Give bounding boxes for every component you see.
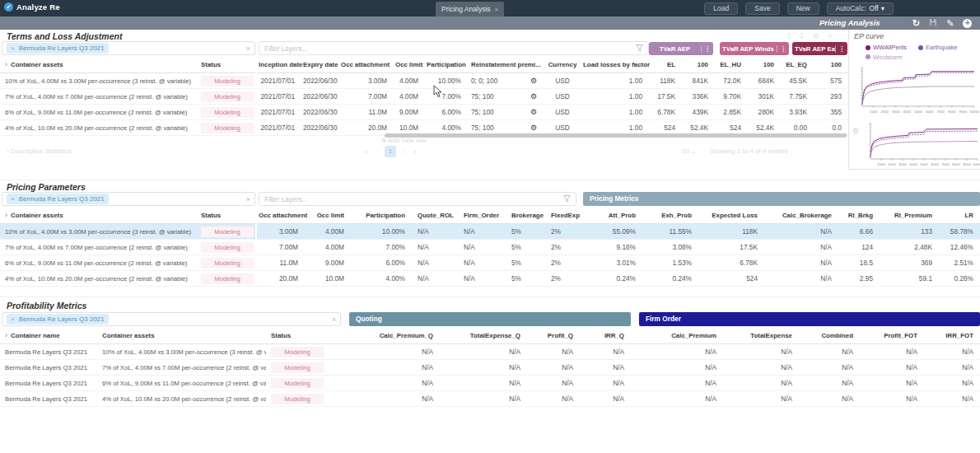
expand-chevron-icon[interactable]: › [5,331,7,339]
cell[interactable]: N/A [764,224,838,240]
menu-dots-icon[interactable]: ⋮ [701,45,713,53]
table-row[interactable]: N/AN/AN/AN/AN/AN/AN/AN/AN/A [350,391,980,407]
save-button[interactable]: Save [745,2,779,15]
cell[interactable]: 4.00M [394,73,425,89]
tvar-aep-button[interactable]: TVaR AEP ⋮ [649,42,713,55]
selected-layer-set-chip[interactable]: × Bermuda Re Layers Q3 2021 [7,43,109,54]
first-page-button[interactable]: « [364,148,367,156]
app-logo[interactable]: ✓ Analyze Re [4,2,60,12]
expand-chevron-icon[interactable]: › [5,60,7,68]
cell[interactable]: N/A [723,391,799,407]
cell[interactable]: N/A [458,224,506,240]
cell[interactable]: 6.78K [649,105,682,120]
cell[interactable]: 2021/07/01 [257,89,301,105]
load-button[interactable]: Load [704,2,738,15]
table-row[interactable]: 2021/07/012022/06/303.00M4.00M10.00%0; 0… [257,73,649,89]
cell[interactable]: 4% of XoL, 10.0M xs 20.0M per-occurrence… [0,271,196,287]
cell[interactable]: N/A [440,344,527,360]
cell[interactable]: 75; 100⚙ [468,105,544,120]
table-row[interactable]: 7% of XoL, 4.00M xs 7.00M per-occurrence… [0,89,255,105]
next-page-button[interactable]: › [404,148,406,156]
cell[interactable]: N/A [458,255,506,271]
cell[interactable]: 118K [649,73,682,89]
table-row[interactable]: Bermuda Re Layers Q3 20214% of XoL, 10.0… [0,391,350,407]
add-new-row-button[interactable]: ⊕ Add new row [346,137,461,144]
table-row[interactable]: N/AN/AN/AN/AN/AN/AN/AN/AN/A [350,376,980,391]
cell[interactable]: N/A [860,344,924,360]
column-header[interactable]: Firm_Order [458,207,506,224]
column-header[interactable]: Quote_ROL [412,207,458,224]
cell[interactable]: 2022/06/30 [301,73,339,89]
expand-chevron-icon[interactable]: › [5,211,7,219]
cell[interactable]: N/A [631,391,723,407]
chip-remove-icon[interactable]: × [11,315,15,323]
cell[interactable]: N/A [799,391,860,407]
filter-layers-input[interactable] [259,195,563,203]
cell[interactable]: 9.16% [581,240,642,255]
column-header[interactable]: IRR_FOT [924,327,980,344]
cell[interactable]: N/A [458,240,506,255]
cell[interactable]: Bermuda Re Layers Q3 2021 [0,376,97,391]
cell[interactable]: 5% [506,255,545,271]
gear-icon[interactable]: ⚙ [813,32,819,40]
cell[interactable]: Modeling [266,344,350,360]
cell[interactable]: Modeling [196,271,255,287]
tab-pricing-analysis[interactable]: Pricing Analysis × [436,2,504,16]
cell[interactable]: N/A [350,391,440,407]
cell[interactable]: 4.00M [305,224,351,240]
column-header[interactable]: Combined [799,327,860,344]
cell[interactable]: Bermuda Re Layers Q3 2021 [0,360,97,376]
close-icon[interactable]: × [828,32,832,40]
cell[interactable]: 5% [506,224,545,240]
cell[interactable]: N/A [924,344,980,360]
cell[interactable]: 11.0M [257,255,305,271]
cell[interactable]: 6.00% [351,255,412,271]
cell[interactable]: 2% [545,224,581,240]
selected-layer-set-chip[interactable]: × Bermuda Re Layers Q3 2021 [7,194,109,204]
column-header[interactable]: Participation [351,207,412,224]
column-header[interactable]: Brokerage [506,207,545,224]
cell[interactable]: Modeling [266,360,350,376]
cell[interactable]: N/A [412,271,458,287]
cell[interactable]: 2.51% [939,255,980,271]
cell[interactable]: 9.70K [715,89,748,105]
cell[interactable]: Bermuda Re Layers Q3 2021 [0,344,97,360]
cell[interactable]: 2022/06/30 [301,89,339,105]
column-header[interactable]: Profit_FOT [860,327,924,344]
cell[interactable]: Modeling [196,89,255,105]
cell[interactable]: 841K [682,73,715,89]
column-header[interactable]: EL_HU [715,56,748,73]
column-header[interactable]: Currency [544,56,581,73]
table-row[interactable]: 17.5K336K9.70K301K7.75K293 [649,89,848,105]
cell[interactable]: N/A [723,376,799,391]
cell[interactable]: 336K [682,89,715,105]
cell[interactable]: 10% of XoL, 4.00M xs 3.00M per-occurrenc… [0,224,196,240]
ep-curve-chart-2[interactable]: 1000200030004000500060007000800090001000… [864,120,979,166]
cell[interactable]: 10% of XoL, 4.00M xs 3.00M per-occurrenc… [97,344,266,360]
download-icon[interactable]: ↧ [799,32,805,40]
cell[interactable]: 524 [698,271,764,287]
table-row[interactable]: Bermuda Re Layers Q3 202110% of XoL, 4.0… [0,344,350,360]
cell[interactable]: 1.00 [581,73,649,89]
cell[interactable]: 10% of XoL, 4.00M xs 3.00M per-occurrenc… [0,73,196,89]
cell[interactable]: USD [544,89,581,105]
cell[interactable]: 4.00M [305,240,351,255]
text-tool-icon[interactable]: I [787,32,791,40]
table-row[interactable]: N/AN/AN/AN/AN/AN/AN/AN/AN/A [350,344,980,360]
layer-set-select[interactable]: × Bermuda Re Layers Q3 2021 × [2,192,255,206]
column-header[interactable]: TotalExpense_Q [440,327,527,344]
column-header[interactable]: IRR_Q [580,327,631,344]
cell[interactable]: 2021/07/01 [257,120,301,136]
column-header[interactable]: Calc_Premium [631,327,723,344]
cell[interactable]: Modeling [196,105,255,120]
chip-remove-icon[interactable]: × [11,195,15,203]
cell[interactable]: 684K [748,73,781,89]
column-header[interactable]: Profit_Q [527,327,580,344]
descriptive-statistics-toggle[interactable]: › Descriptive Statistics [7,147,72,155]
table-row[interactable]: N/AN/AN/AN/AN/AN/AN/AN/AN/A [350,360,980,376]
cell[interactable]: Modeling [196,73,255,89]
cell[interactable]: 10.00% [425,73,468,89]
cell[interactable]: 11.55% [642,224,698,240]
cell[interactable]: N/A [527,360,580,376]
filter-layers-input[interactable] [259,44,636,53]
